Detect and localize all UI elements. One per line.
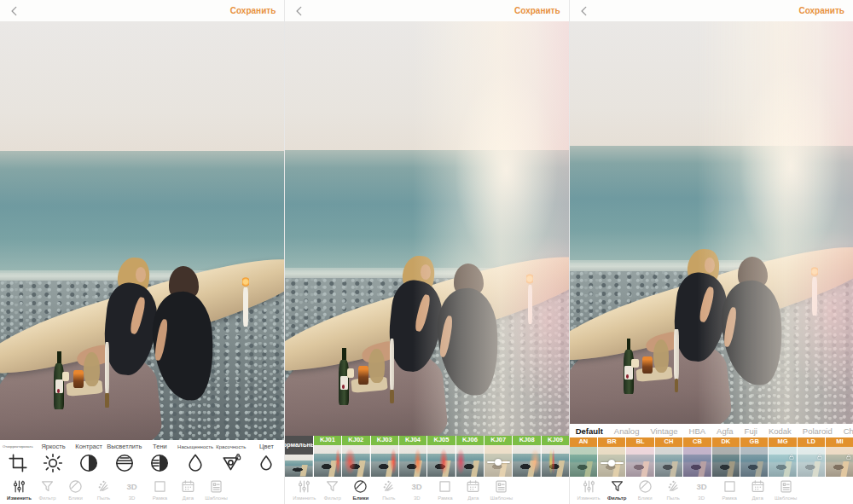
filter-thumb-BR[interactable]: BR — [598, 437, 625, 477]
back-button[interactable] — [9, 4, 22, 18]
category-tab-default[interactable]: Default — [576, 426, 603, 436]
filter-thumb-label: LD — [798, 437, 825, 447]
slider-handle[interactable] — [608, 460, 615, 466]
frame-icon — [152, 478, 168, 495]
toolbar-item-edit[interactable]: Изменить — [575, 478, 603, 501]
filter-thumb-label: DK — [712, 437, 740, 447]
toolbar-item-edit[interactable]: Изменить — [290, 478, 318, 501]
filter-thumb-CB[interactable]: CB — [683, 437, 711, 477]
filter-thumb-label: BR — [598, 437, 625, 447]
slider-handle[interactable] — [495, 459, 502, 466]
category-tab-fuji[interactable]: Fuji — [745, 426, 757, 436]
adjust-tool-vibrance[interactable]: Красочность — [213, 440, 249, 477]
filter-thumb-preview — [285, 455, 312, 477]
sliders-icon — [581, 478, 597, 495]
flare-icon — [637, 478, 653, 495]
toolbar-item-frame[interactable]: Рамка — [431, 478, 459, 501]
toolbar-item-filter[interactable]: Фильтр — [318, 478, 346, 501]
filter-thumb-KJ03[interactable]: KJ03 — [371, 436, 398, 477]
filter-thumb-KJ09[interactable]: KJ09 — [542, 436, 569, 477]
adjust-tool-label: Тени — [153, 442, 167, 451]
toolbar-item-date[interactable]: Дата — [174, 478, 202, 501]
funnel-icon — [39, 478, 55, 495]
category-tab-agfa[interactable]: Agfa — [717, 426, 734, 436]
adjust-tool-correct[interactable]: Откорректировать — [0, 440, 36, 477]
category-tab-analog[interactable]: Analog — [614, 426, 640, 436]
filter-thumb-preview — [456, 445, 484, 477]
toolbar-item-date[interactable]: Дата — [744, 478, 772, 501]
category-tab-kodak[interactable]: Kodak — [769, 426, 792, 436]
filter-thumb-KJ04[interactable]: KJ04 — [399, 436, 426, 477]
toolbar-item-date[interactable]: Дата — [459, 478, 487, 501]
toolbar-item-templates[interactable]: Шаблоны — [772, 478, 800, 501]
lock-icon — [816, 449, 823, 455]
top-bar: Сохранить — [285, 0, 568, 21]
filter-thumb-normal[interactable]: Нормальный — [285, 436, 312, 477]
light-leak-overlay — [570, 21, 853, 424]
panel-adjust: Сохранить ОткорректироватьЯркостьКонтрас… — [0, 0, 284, 504]
toolbar-item-3d[interactable]: 3D3D — [403, 478, 431, 501]
toolbar-item-templates[interactable]: Шаблоны — [202, 478, 230, 501]
highlights-icon — [113, 452, 136, 474]
filter-thumb-KJ02[interactable]: KJ02 — [342, 436, 369, 477]
filter-thumb-KJ01[interactable]: KJ01 — [314, 436, 341, 477]
filter-intensity-slider[interactable] — [601, 462, 624, 464]
filter-thumb-MG[interactable]: MG — [769, 437, 796, 477]
filter-thumb-KJ07[interactable]: KJ07 — [485, 436, 512, 477]
calendar-icon — [465, 478, 481, 495]
toolbar-item-3d[interactable]: 3D3D — [118, 478, 146, 501]
filter-intensity-slider[interactable] — [487, 461, 510, 463]
save-button[interactable]: Сохранить — [230, 6, 276, 15]
adjust-tool-saturation[interactable]: Насыщенность — [177, 440, 213, 477]
filter-thumb-GB[interactable]: GB — [740, 437, 768, 477]
toolbar-item-flares[interactable]: Блики — [631, 478, 659, 501]
adjust-tool-color[interactable]: Цвет — [249, 440, 285, 477]
back-button[interactable] — [293, 4, 307, 18]
filter-thumb-preview — [626, 447, 653, 477]
toolbar-item-flares[interactable]: Блики — [346, 478, 374, 501]
color-icon — [255, 452, 277, 474]
toolbar-item-dust[interactable]: Пыль — [90, 478, 118, 501]
filter-thumb-KJ06[interactable]: KJ06 — [456, 436, 484, 477]
filter-effect-overlay — [456, 445, 484, 477]
filter-thumb-DK[interactable]: DK — [712, 437, 740, 477]
toolbar-item-edit[interactable]: Изменить — [5, 478, 33, 501]
filter-thumb-BL[interactable]: BL — [626, 437, 653, 477]
save-button[interactable]: Сохранить — [514, 6, 560, 15]
filter-thumb-CH[interactable]: CH — [655, 437, 682, 477]
photo-canvas — [285, 21, 568, 436]
toolbar-item-frame[interactable]: Рамка — [716, 478, 744, 501]
toolbar-item-label: Фильтр — [324, 495, 341, 501]
adjust-tool-shadows[interactable]: Тени — [142, 440, 178, 477]
save-button[interactable]: Сохранить — [798, 6, 844, 15]
category-tab-polaroid[interactable]: Polaroid — [803, 426, 833, 436]
photo-dried-flowers — [84, 352, 99, 386]
toolbar-item-templates[interactable]: Шаблоны — [487, 478, 515, 501]
light-leak-overlay — [285, 21, 568, 436]
filter-thumb-MI[interactable]: MI — [826, 437, 853, 477]
toolbar-item-dust[interactable]: Пыль — [659, 478, 688, 501]
filter-thumb-label: Нормальный — [285, 436, 312, 455]
filter-thumb-LD[interactable]: LD — [798, 437, 825, 477]
toolbar-item-label: Фильтр — [38, 495, 55, 501]
filter-thumb-AN[interactable]: AN — [570, 437, 597, 477]
flare-icon — [352, 478, 368, 495]
category-tab-hba[interactable]: HBA — [689, 426, 706, 436]
category-tab-chromatic[interactable]: Chromatic — [844, 426, 853, 436]
filter-thumb-KJ08[interactable]: KJ08 — [513, 436, 540, 477]
adjust-tool-brightness[interactable]: Яркость — [36, 440, 72, 477]
adjust-tool-contrast[interactable]: Контраст — [71, 440, 107, 477]
toolbar-item-3d[interactable]: 3D3D — [688, 478, 716, 501]
toolbar-item-dust[interactable]: Пыль — [374, 478, 403, 501]
filter-thumb-preview — [542, 445, 569, 477]
adjust-tool-highlights[interactable]: Высветлить — [107, 440, 142, 477]
category-tab-vintage[interactable]: Vintage — [650, 426, 677, 436]
toolbar-item-filter[interactable]: Фильтр — [33, 478, 61, 501]
toolbar-item-flares[interactable]: Блики — [61, 478, 90, 501]
toolbar-item-label: Изменить — [293, 495, 316, 501]
toolbar-item-frame[interactable]: Рамка — [146, 478, 174, 501]
toolbar-item-filter[interactable]: Фильтр — [603, 478, 631, 501]
back-button[interactable] — [578, 4, 592, 18]
filter-effect-overlay — [371, 445, 398, 477]
filter-thumb-KJ05[interactable]: KJ05 — [427, 436, 455, 477]
